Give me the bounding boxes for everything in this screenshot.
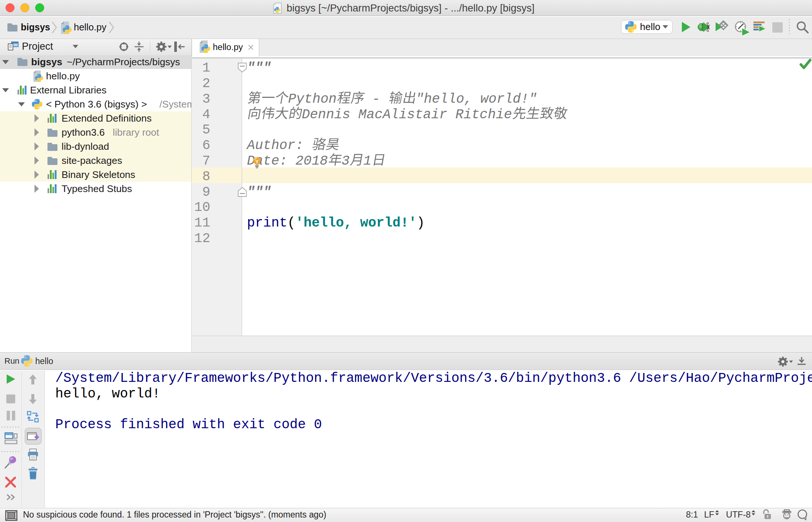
svg-text:1: 1 (202, 60, 210, 76)
svg-text:Dennis MacAlistair Ritchie: Dennis MacAlistair Ritchie (302, 107, 512, 122)
svg-text:1: 1 (363, 153, 372, 169)
svg-text:11: 11 (194, 215, 210, 231)
svg-text:""": """ (247, 60, 271, 76)
svg-text:9: 9 (202, 185, 210, 200)
svg-text:hello, world!: hello, world! (55, 386, 160, 402)
svg-text:3: 3 (202, 92, 210, 107)
svg-text:6: 6 (202, 138, 210, 153)
svg-text:5: 5 (202, 122, 210, 138)
svg-text:4: 4 (202, 107, 210, 122)
svg-text:2: 2 (202, 76, 210, 91)
svg-text:Python: Python (288, 92, 337, 107)
svg-text:/System/Library/Frameworks/Pyt: /System/Library/Frameworks/Python.framew… (55, 371, 812, 386)
svg-text:print('hello, world!'): print('hello, world!') (247, 215, 425, 231)
svg-text:7: 7 (202, 153, 210, 169)
svg-text:10: 10 (194, 200, 210, 215)
svg-text:-: - (364, 92, 388, 107)
svg-text:Process finished with exit cod: Process finished with exit code 0 (55, 417, 322, 432)
svg-text:12: 12 (194, 231, 210, 246)
svg-text:""": """ (247, 185, 271, 200)
svg-text:8: 8 (202, 169, 210, 184)
svg-text:"hello, world!": "hello, world!" (416, 92, 537, 107)
svg-text:Author:: Author: (246, 138, 311, 153)
svg-text:3: 3 (341, 153, 350, 169)
